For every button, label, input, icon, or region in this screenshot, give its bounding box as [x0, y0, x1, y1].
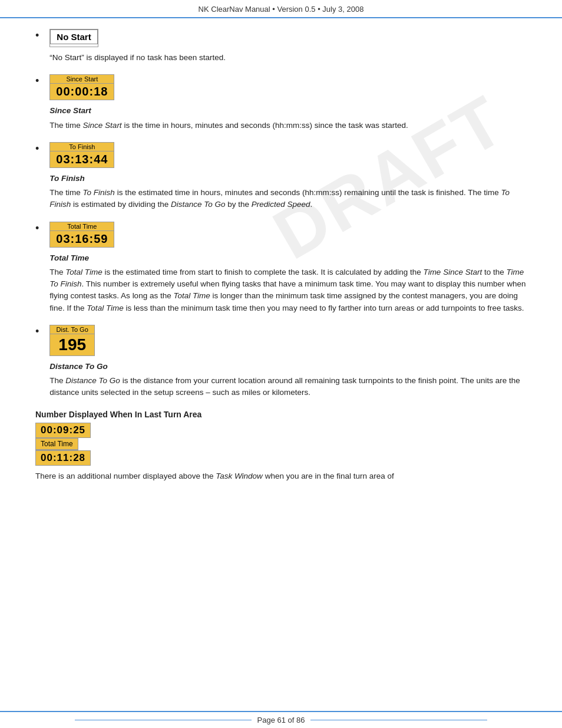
dist-to-go-italic-1: Distance To Go [65, 376, 120, 385]
to-finish-italic-1: To Finish [83, 188, 115, 197]
footer-line: Page 61 of 86 [0, 716, 562, 724]
since-start-italic-1: Since Start [83, 121, 122, 130]
no-start-desc: “No Start” is displayed if no task has b… [49, 52, 527, 64]
bullet-content-dist-to-go: Dist. To Go 195 Distance To Go The Dista… [49, 325, 527, 399]
since-start-value: 00:00:18 [50, 84, 114, 100]
to-finish-title-text: To Finish [49, 174, 85, 183]
since-start-title-text: Since Start [49, 106, 91, 115]
dist-to-go-desc: The Distance To Go is the distance from … [49, 375, 527, 399]
page-footer: Page 61 of 86 [0, 711, 562, 728]
since-start-widget: Since Start 00:00:18 [49, 74, 114, 100]
total-time-desc: The Total Time is the estimated time fro… [49, 266, 527, 314]
no-start-label: No Start [50, 29, 97, 44]
total-time-section-title: Total Time [49, 252, 527, 264]
bullet-item-no-start: • No Start “No Start” is displayed if no… [35, 29, 527, 64]
footer-text: Page 61 of 86 [257, 716, 305, 724]
bottom-widget-bottom: 00:11:28 [35, 450, 91, 466]
bottom-widget-bottom-value: 00:11:28 [36, 451, 90, 465]
bullet-dot-4: • [35, 223, 39, 233]
header-text: NK ClearNav Manual • Version 0.5 • July … [199, 5, 364, 14]
total-time-italic-4: Total Time [173, 291, 210, 300]
since-start-label: Since Start [50, 75, 114, 84]
since-start-desc: The time Since Start is the time in hour… [49, 120, 527, 131]
to-finish-label: To Finish [50, 143, 114, 151]
number-section-heading: Number Displayed When In Last Turn Area [35, 410, 527, 419]
total-time-italic-1: Total Time [65, 268, 102, 276]
to-finish-italic-4: Predicted Speed [252, 200, 310, 209]
bullet-item-to-finish: • To Finish 03:13:44 To Finish The time … [35, 142, 527, 211]
to-finish-widget: To Finish 03:13:44 [49, 142, 114, 168]
bullet-item-total-time: • Total Time 03:16:59 Total Time The Tot… [35, 222, 527, 314]
dist-to-go-widget: Dist. To Go 195 [49, 325, 95, 356]
total-time-value: 03:16:59 [50, 231, 114, 247]
page-wrapper: NK ClearNav Manual • Version 0.5 • July … [0, 0, 562, 728]
bullet-content-no-start: No Start “No Start” is displayed if no t… [49, 29, 527, 64]
bullet-item-since-start: • Since Start 00:00:18 Since Start The t… [35, 74, 527, 131]
total-time-label: Total Time [50, 222, 114, 231]
no-start-widget: No Start [49, 29, 98, 47]
bullet-item-dist-to-go: • Dist. To Go 195 Distance To Go The Dis… [35, 325, 527, 399]
total-time-widget: Total Time 03:16:59 [49, 222, 114, 248]
bullet-dot-1: • [35, 30, 39, 41]
to-finish-value: 03:13:44 [50, 151, 114, 167]
bullet-dot-2: • [35, 75, 39, 86]
bottom-widget-top: 00:09:25 [35, 423, 91, 438]
bullet-content-since-start: Since Start 00:00:18 Since Start The tim… [49, 74, 527, 131]
bottom-widget-middle: Total Time [35, 438, 78, 450]
bottom-widgets-cluster: 00:09:25 Total Time 00:11:28 [35, 423, 527, 466]
page-header: NK ClearNav Manual • Version 0.5 • July … [0, 0, 562, 18]
total-time-italic-2: Time Since Start [424, 268, 482, 276]
to-finish-italic-3: Distance To Go [171, 200, 226, 209]
task-window-italic: Task Window [216, 472, 263, 480]
bullet-dot-5: • [35, 326, 39, 337]
dist-to-go-section-title: Distance To Go [49, 361, 527, 373]
total-time-title-text: Total Time [49, 253, 89, 262]
to-finish-desc: The time To Finish is the estimated time… [49, 187, 527, 211]
content-area: DRAFT • No Start “No Start” is displayed… [0, 18, 562, 711]
since-start-section-title: Since Start [49, 105, 527, 117]
dist-to-go-title-text: Distance To Go [49, 362, 108, 371]
number-section: Number Displayed When In Last Turn Area … [35, 410, 527, 482]
to-finish-section-title: To Finish [49, 173, 527, 185]
footer-rule-left [75, 720, 252, 720]
bottom-widget-middle-label: Total Time [36, 439, 78, 450]
bullet-content-to-finish: To Finish 03:13:44 To Finish The time To… [49, 142, 527, 211]
dist-to-go-value: 195 [50, 334, 94, 355]
bullet-dot-3: • [35, 143, 39, 154]
bullet-content-total-time: Total Time 03:16:59 Total Time The Total… [49, 222, 527, 314]
footer-rule-right [310, 720, 487, 720]
number-section-desc: There is an additional number displayed … [35, 470, 527, 482]
total-time-italic-5: Total Time [87, 304, 123, 312]
bottom-widget-top-value: 00:09:25 [36, 423, 90, 437]
dist-to-go-label: Dist. To Go [50, 325, 94, 334]
